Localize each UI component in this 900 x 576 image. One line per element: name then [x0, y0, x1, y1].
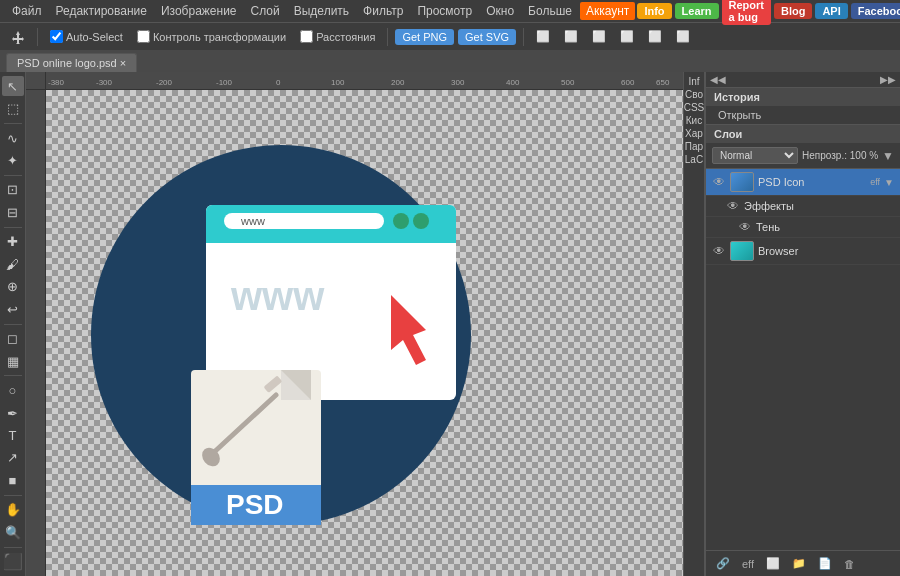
svg-text:PSD: PSD [226, 489, 284, 520]
menu-more[interactable]: Больше [522, 2, 578, 20]
panel-label-par[interactable]: Пар [685, 141, 703, 152]
tab-bar: PSD online logo.psd × [0, 50, 900, 72]
layer-link-button[interactable]: 🔗 [712, 555, 734, 572]
layer-expand-icon[interactable]: ▼ [884, 177, 894, 188]
pill-learn[interactable]: Learn [675, 3, 719, 19]
tool-zoom[interactable]: 🔍 [2, 522, 24, 542]
tool-lasso[interactable]: ∿ [2, 128, 24, 148]
tool-select[interactable]: ⬚ [2, 98, 24, 118]
get-png-button[interactable]: Get PNG [395, 29, 454, 45]
menu-select[interactable]: Выделить [288, 2, 355, 20]
ruler-mark: -300 [96, 78, 112, 87]
menu-edit[interactable]: Редактирование [50, 2, 153, 20]
tool-type[interactable]: T [2, 425, 24, 445]
ruler-mark: 600 [621, 78, 634, 87]
layer-fx-button[interactable]: eff [738, 556, 758, 572]
align-top-icon[interactable]: ⬜ [615, 28, 639, 45]
tool-path-select[interactable]: ↗ [2, 448, 24, 468]
panel-label-svo[interactable]: Сво [685, 89, 703, 100]
tool-separator6 [4, 495, 22, 496]
layer-name-effects: Эффекты [744, 200, 894, 212]
tool-separator2 [4, 175, 22, 176]
layer-folder-button[interactable]: 📁 [788, 555, 810, 572]
layer-effects[interactable]: 👁 Эффекты [706, 196, 900, 217]
layer-eye-psd-icon[interactable]: 👁 [712, 175, 726, 189]
pill-blog[interactable]: Blog [774, 3, 812, 19]
get-svg-button[interactable]: Get SVG [458, 29, 516, 45]
ruler-mark: -200 [156, 78, 172, 87]
layers-footer: 🔗 eff ⬜ 📁 📄 🗑 [706, 550, 900, 576]
layer-badge-psd-icon: еff [870, 177, 880, 187]
transform-checkbox[interactable]: Контроль трансформации [132, 28, 291, 45]
pill-facebook[interactable]: Facebook [851, 3, 900, 19]
layer-shadow[interactable]: 👁 Тень [706, 217, 900, 238]
separator2 [387, 28, 388, 46]
foreground-bg-color[interactable]: ⬛ [2, 551, 24, 571]
tool-gradient[interactable]: ▦ [2, 351, 24, 371]
distance-checkbox[interactable]: Расстояния [295, 28, 380, 45]
align-bottom-icon[interactable]: ⬜ [671, 28, 695, 45]
tool-magic-wand[interactable]: ✦ [2, 150, 24, 170]
align-center-icon[interactable]: ⬜ [559, 28, 583, 45]
pill-api[interactable]: API [815, 3, 847, 19]
layer-psd-icon[interactable]: 👁 PSD Icon еff ▼ [706, 169, 900, 196]
tool-move[interactable]: ↖ [2, 76, 24, 96]
ruler-corner [26, 72, 46, 90]
tool-shape[interactable]: ■ [2, 470, 24, 490]
opacity-label: Непрозр.: 100 % [802, 150, 878, 161]
menu-file[interactable]: Файл [6, 2, 48, 20]
layer-name-browser: Browser [758, 245, 894, 257]
tool-dodge[interactable]: ○ [2, 380, 24, 400]
menu-layer[interactable]: Слой [245, 2, 286, 20]
layer-eye-browser[interactable]: 👁 [712, 244, 726, 258]
history-item-open[interactable]: Открыть [706, 106, 900, 124]
align-middle-icon[interactable]: ⬜ [643, 28, 667, 45]
tool-hand[interactable]: ✋ [2, 500, 24, 520]
tool-pen[interactable]: ✒ [2, 403, 24, 423]
canvas-area: -380 -300 -200 -100 0 100 200 300 400 50… [26, 72, 683, 576]
panel-collapse-left[interactable]: ◀◀ [710, 74, 726, 85]
ruler-mark: 400 [506, 78, 519, 87]
ruler-mark: 650 [656, 78, 669, 87]
menu-window[interactable]: Окно [480, 2, 520, 20]
pill-info[interactable]: Info [637, 3, 671, 19]
menu-account[interactable]: Аккаунт [580, 2, 635, 20]
layer-new-button[interactable]: 📄 [814, 555, 836, 572]
layer-eye-shadow[interactable]: 👁 [738, 220, 752, 234]
tool-brush[interactable]: 🖌 [2, 254, 24, 274]
layer-delete-button[interactable]: 🗑 [840, 556, 859, 572]
tool-separator4 [4, 324, 22, 325]
menu-view[interactable]: Просмотр [411, 2, 478, 20]
tool-slice[interactable]: ⊟ [2, 202, 24, 222]
panel-label-lac[interactable]: LaC [685, 154, 703, 165]
panel-label-kis[interactable]: Кис [686, 115, 702, 126]
history-panel-header[interactable]: История [706, 88, 900, 106]
tool-healing[interactable]: ✚ [2, 232, 24, 252]
autoselect-checkbox[interactable]: Auto-Select [45, 28, 128, 45]
blend-mode-select[interactable]: Normal Multiply Screen [712, 147, 798, 164]
panel-expand-right[interactable]: ▶▶ [880, 74, 896, 85]
align-left-icon[interactable]: ⬜ [531, 28, 555, 45]
pill-report-bug[interactable]: Report a bug [722, 0, 771, 25]
tool-separator [4, 123, 22, 124]
canvas-illustration: www www [76, 100, 476, 563]
tool-eraser[interactable]: ◻ [2, 328, 24, 348]
tab-psd-logo[interactable]: PSD online logo.psd × [6, 53, 137, 72]
panel-label-inf[interactable]: Inf [688, 76, 699, 87]
ruler-mark: 500 [561, 78, 574, 87]
tool-separator7 [4, 547, 22, 548]
tool-history-brush[interactable]: ↩ [2, 299, 24, 319]
layer-browser[interactable]: 👁 Browser [706, 238, 900, 265]
tool-crop[interactable]: ⊡ [2, 180, 24, 200]
layers-panel-header[interactable]: Слои [706, 125, 900, 143]
align-right-icon[interactable]: ⬜ [587, 28, 611, 45]
layers-options-icon[interactable]: ▼ [882, 149, 894, 163]
svg-point-7 [393, 213, 409, 229]
panel-label-har[interactable]: Хар [685, 128, 703, 139]
menu-image[interactable]: Изображение [155, 2, 243, 20]
layer-mask-button[interactable]: ⬜ [762, 555, 784, 572]
menu-filter[interactable]: Фильтр [357, 2, 409, 20]
layer-eye-effects[interactable]: 👁 [726, 199, 740, 213]
tool-clone[interactable]: ⊕ [2, 277, 24, 297]
panel-label-css[interactable]: CSS [684, 102, 705, 113]
